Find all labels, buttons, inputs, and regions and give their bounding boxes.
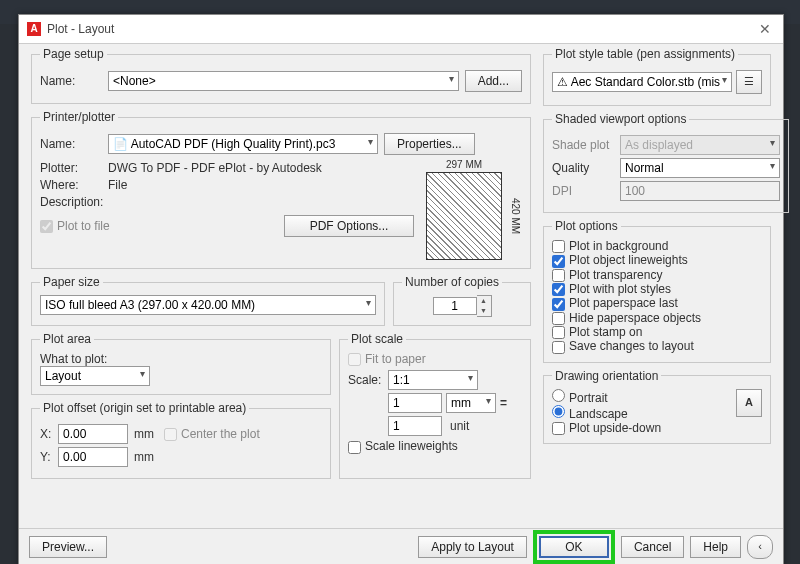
scale-label: Scale: — [348, 373, 388, 387]
opt-hide-paperspace[interactable]: Hide paperspace objects — [552, 311, 701, 325]
shade-plot-combo: As displayed — [620, 135, 780, 155]
printer-group: Printer/plotter Name: 📄 AutoCAD PDF (Hig… — [31, 110, 531, 269]
opt-plot-styles[interactable]: Plot with plot styles — [552, 282, 671, 296]
add-page-setup-button[interactable]: Add... — [465, 70, 522, 92]
orient-portrait[interactable]: Portrait — [552, 391, 608, 405]
opt-plot-stamp[interactable]: Plot stamp on — [552, 325, 642, 339]
plot-scale-legend: Plot scale — [348, 332, 406, 346]
orientation-preview-icon: A — [736, 389, 762, 417]
plot-area-legend: Plot area — [40, 332, 94, 346]
scale-drawing-unit-label: unit — [450, 419, 469, 433]
offset-x-unit: mm — [134, 427, 154, 441]
orientation-group: Drawing orientation Portrait Landscape P… — [543, 369, 771, 444]
plot-options-legend: Plot options — [552, 219, 621, 233]
ok-button[interactable]: OK — [539, 536, 609, 558]
printer-properties-button[interactable]: Properties... — [384, 133, 475, 155]
orient-landscape[interactable]: Landscape — [552, 407, 628, 421]
scale-mm-input[interactable] — [388, 393, 442, 413]
opt-transparency[interactable]: Plot transparency — [552, 268, 662, 282]
shade-plot-label: Shade plot — [552, 138, 620, 152]
page-setup-legend: Page setup — [40, 47, 107, 61]
opt-background[interactable]: Plot in background — [552, 239, 668, 253]
printer-legend: Printer/plotter — [40, 110, 118, 124]
scale-drawing-input[interactable] — [388, 416, 442, 436]
opt-paperspace-last[interactable]: Plot paperspace last — [552, 296, 678, 310]
ok-highlight: OK — [533, 530, 615, 564]
plot-style-combo[interactable]: ⚠ Aec Standard Color.stb (mis — [552, 72, 732, 92]
shaded-viewport-group: Shaded viewport options Shade plot As di… — [543, 112, 789, 213]
paper-preview-icon: 297 MM 420 MM — [426, 172, 502, 260]
where-value: File — [108, 178, 127, 192]
close-icon[interactable]: ✕ — [755, 15, 775, 43]
copies-input[interactable] — [433, 297, 477, 315]
dialog-title: Plot - Layout — [47, 15, 755, 43]
scale-lineweights-check-wrap[interactable]: Scale lineweights — [348, 439, 458, 453]
cancel-button[interactable]: Cancel — [621, 536, 684, 558]
plot-style-group: Plot style table (pen assignments) ⚠ Aec… — [543, 47, 771, 106]
page-setup-name-label: Name: — [40, 74, 108, 88]
page-setup-group: Page setup Name: <None> Add... — [31, 47, 531, 104]
paper-size-group: Paper size ISO full bleed A3 (297.00 x 4… — [31, 275, 385, 326]
description-label: Description: — [40, 195, 108, 209]
dpi-input — [620, 181, 780, 201]
page-setup-name-combo[interactable]: <None> — [108, 71, 459, 91]
what-to-plot-label: What to plot: — [40, 352, 322, 366]
quality-combo[interactable]: Normal — [620, 158, 780, 178]
offset-y-unit: mm — [134, 450, 154, 464]
equals-icon: = — [500, 396, 507, 410]
paper-width-label: 297 MM — [427, 159, 501, 170]
printer-name-label: Name: — [40, 137, 108, 151]
plot-area-group: Plot area What to plot: Layout — [31, 332, 331, 395]
copies-legend: Number of copies — [402, 275, 502, 289]
fit-to-paper-check-wrap: Fit to paper — [348, 352, 426, 366]
dialog-footer: Preview... Apply to Layout OK Cancel Hel… — [19, 528, 783, 564]
plot-offset-group: Plot offset (origin set to printable are… — [31, 401, 331, 479]
titlebar: A Plot - Layout ✕ — [19, 15, 783, 44]
autocad-logo-icon: A — [27, 22, 41, 36]
quality-label: Quality — [552, 161, 620, 175]
opt-save-changes[interactable]: Save changes to layout — [552, 339, 694, 353]
opt-lineweights[interactable]: Plot object lineweights — [552, 253, 688, 267]
help-button[interactable]: Help — [690, 536, 741, 558]
what-to-plot-combo[interactable]: Layout — [40, 366, 150, 386]
paper-size-legend: Paper size — [40, 275, 103, 289]
copies-spinner[interactable]: ▲▼ — [433, 295, 492, 317]
paper-height-label: 420 MM — [510, 173, 521, 259]
offset-y-input[interactable] — [58, 447, 128, 467]
orient-upside-down[interactable]: Plot upside-down — [552, 421, 661, 435]
offset-x-label: X: — [40, 427, 58, 441]
center-plot-check-wrap: Center the plot — [164, 427, 260, 441]
scale-combo[interactable]: 1:1 — [388, 370, 478, 390]
plot-to-file-check-wrap: Plot to file — [40, 219, 110, 233]
offset-x-input[interactable] — [58, 424, 128, 444]
plot-dialog: A Plot - Layout ✕ Page setup Name: <None… — [18, 14, 784, 564]
chevron-down-icon[interactable]: ▼ — [477, 306, 491, 316]
pdf-options-button[interactable]: PDF Options... — [284, 215, 414, 237]
shaded-viewport-legend: Shaded viewport options — [552, 112, 689, 126]
plot-style-edit-button[interactable]: ☰ — [736, 70, 762, 94]
apply-to-layout-button[interactable]: Apply to Layout — [418, 536, 527, 558]
chevron-up-icon[interactable]: ▲ — [477, 296, 491, 306]
fit-to-paper-check — [348, 353, 361, 366]
plotter-value: DWG To PDF - PDF ePlot - by Autodesk — [108, 161, 322, 175]
plot-style-legend: Plot style table (pen assignments) — [552, 47, 738, 61]
plot-options-group: Plot options Plot in background Plot obj… — [543, 219, 771, 363]
scale-lineweights-check[interactable] — [348, 441, 361, 454]
plot-to-file-check — [40, 220, 53, 233]
printer-name-combo[interactable]: 📄 AutoCAD PDF (High Quality Print).pc3 — [108, 134, 378, 154]
scale-unit-combo[interactable]: mm — [446, 393, 496, 413]
preview-button[interactable]: Preview... — [29, 536, 107, 558]
paper-size-combo[interactable]: ISO full bleed A3 (297.00 x 420.00 MM) — [40, 295, 376, 315]
plotter-label: Plotter: — [40, 161, 108, 175]
dpi-label: DPI — [552, 184, 620, 198]
center-plot-check — [164, 428, 177, 441]
copies-group: Number of copies ▲▼ — [393, 275, 531, 326]
offset-y-label: Y: — [40, 450, 58, 464]
collapse-options-button[interactable]: ‹ — [747, 535, 773, 559]
plot-scale-group: Plot scale Fit to paper Scale: 1:1 — [339, 332, 531, 479]
where-label: Where: — [40, 178, 108, 192]
plot-offset-legend: Plot offset (origin set to printable are… — [40, 401, 249, 415]
orientation-legend: Drawing orientation — [552, 369, 661, 383]
